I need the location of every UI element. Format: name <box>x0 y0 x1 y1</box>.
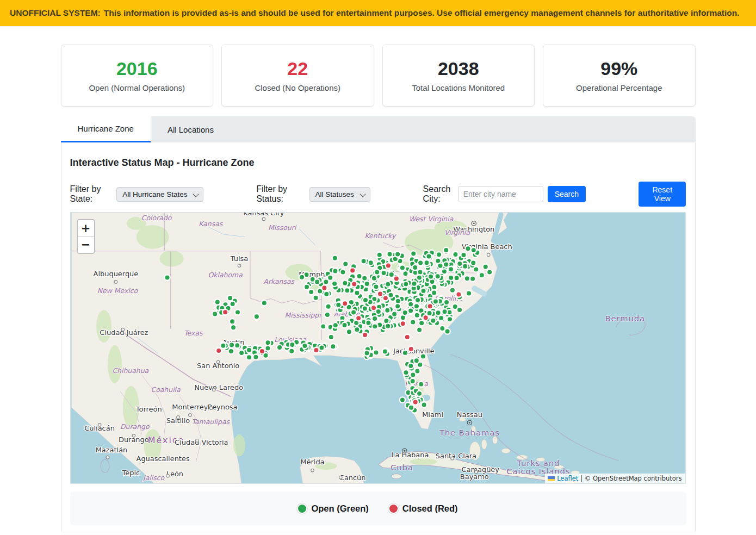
location-marker-open[interactable] <box>314 279 319 284</box>
location-marker-open[interactable] <box>454 275 459 281</box>
location-marker-open[interactable] <box>332 268 338 273</box>
location-marker-open[interactable] <box>308 289 314 295</box>
location-marker-open[interactable] <box>438 315 443 321</box>
location-marker-open[interactable] <box>331 281 337 286</box>
zoom-in-button[interactable]: + <box>78 220 94 237</box>
location-marker-open[interactable] <box>381 270 386 276</box>
location-marker-open[interactable] <box>414 297 420 303</box>
location-marker-open[interactable] <box>432 298 438 304</box>
location-marker-closed[interactable] <box>362 332 367 338</box>
location-marker-open[interactable] <box>436 252 441 257</box>
location-marker-open[interactable] <box>388 272 394 277</box>
location-marker-open[interactable] <box>230 301 235 307</box>
location-marker-open[interactable] <box>313 295 318 300</box>
location-marker-closed[interactable] <box>393 276 399 281</box>
leaflet-link[interactable]: Leaflet <box>557 475 578 482</box>
location-marker-open[interactable] <box>442 309 447 314</box>
location-marker-open[interactable] <box>342 281 348 286</box>
location-marker-open[interactable] <box>430 318 436 324</box>
location-marker-closed[interactable] <box>423 315 428 320</box>
location-marker-open[interactable] <box>238 350 244 356</box>
location-marker-open[interactable] <box>373 284 379 289</box>
location-marker-open[interactable] <box>330 344 336 349</box>
location-marker-open[interactable] <box>408 405 413 410</box>
location-marker-open[interactable] <box>332 256 337 261</box>
location-marker-open[interactable] <box>372 324 377 329</box>
location-marker-open[interactable] <box>214 299 220 304</box>
location-marker-open[interactable] <box>464 276 469 281</box>
location-marker-open[interactable] <box>385 308 390 313</box>
tab-all-locations[interactable]: All Locations <box>151 116 231 142</box>
location-marker-open[interactable] <box>431 290 437 295</box>
location-marker-open[interactable] <box>399 265 405 270</box>
location-marker-open[interactable] <box>320 324 326 329</box>
location-marker-open[interactable] <box>319 345 324 350</box>
location-marker-open[interactable] <box>265 340 270 345</box>
location-marker-open[interactable] <box>411 281 417 286</box>
location-marker-open[interactable] <box>361 258 366 264</box>
location-marker-open[interactable] <box>444 328 450 334</box>
location-marker-open[interactable] <box>437 263 443 269</box>
location-marker-closed[interactable] <box>404 334 410 340</box>
location-marker-open[interactable] <box>374 269 380 275</box>
location-marker-open[interactable] <box>424 260 429 265</box>
location-marker-open[interactable] <box>418 260 423 265</box>
location-marker-open[interactable] <box>302 343 307 349</box>
location-marker-open[interactable] <box>413 303 419 309</box>
location-marker-open[interactable] <box>482 264 488 270</box>
location-marker-open[interactable] <box>417 269 423 275</box>
location-marker-open[interactable] <box>466 290 471 296</box>
location-marker-open[interactable] <box>234 309 240 315</box>
location-marker-closed[interactable] <box>350 268 355 273</box>
location-marker-open[interactable] <box>385 281 391 287</box>
location-marker-open[interactable] <box>470 247 476 253</box>
location-marker-open[interactable] <box>426 253 431 259</box>
location-marker-open[interactable] <box>456 307 462 313</box>
location-marker-open[interactable] <box>447 316 452 322</box>
location-marker-open[interactable] <box>220 343 226 349</box>
location-marker-open[interactable] <box>411 251 416 256</box>
tab-hurricane-zone[interactable]: Hurricane Zone <box>61 116 151 142</box>
location-marker-open[interactable] <box>373 350 379 355</box>
location-marker-closed[interactable] <box>377 291 382 296</box>
location-marker-open[interactable] <box>365 320 371 326</box>
location-marker-open[interactable] <box>371 316 377 321</box>
location-marker-closed[interactable] <box>408 346 413 352</box>
location-marker-open[interactable] <box>486 269 492 275</box>
location-marker-open[interactable] <box>420 353 425 359</box>
location-marker-open[interactable] <box>344 288 350 293</box>
location-marker-open[interactable] <box>362 306 367 311</box>
location-marker-closed[interactable] <box>259 349 264 354</box>
location-marker-open[interactable] <box>362 297 368 303</box>
location-marker-open[interactable] <box>443 247 449 253</box>
location-marker-open[interactable] <box>479 272 484 278</box>
location-marker-closed[interactable] <box>321 285 327 290</box>
location-marker-open[interactable] <box>407 308 413 313</box>
location-marker-open[interactable] <box>289 349 294 354</box>
location-marker-open[interactable] <box>416 391 422 396</box>
location-marker-open[interactable] <box>461 252 466 258</box>
reset-view-button[interactable]: Reset View <box>639 182 686 207</box>
location-marker-open[interactable] <box>443 300 449 305</box>
location-marker-open[interactable] <box>408 363 413 369</box>
location-marker-open[interactable] <box>413 358 419 363</box>
location-marker-open[interactable] <box>343 261 348 266</box>
location-marker-open[interactable] <box>402 310 407 315</box>
location-marker-open[interactable] <box>449 287 455 293</box>
location-marker-closed[interactable] <box>412 399 418 405</box>
location-marker-open[interactable] <box>276 345 282 350</box>
location-marker-open[interactable] <box>399 397 405 402</box>
search-button[interactable]: Search <box>548 186 586 202</box>
location-marker-closed[interactable] <box>355 315 361 321</box>
location-marker-open[interactable] <box>340 269 345 275</box>
location-marker-open[interactable] <box>410 372 416 377</box>
location-marker-open[interactable] <box>453 252 458 257</box>
location-marker-open[interactable] <box>462 264 467 269</box>
location-marker-open[interactable] <box>368 260 373 265</box>
location-marker-open[interactable] <box>229 319 234 324</box>
location-marker-closed[interactable] <box>222 309 227 315</box>
location-marker-open[interactable] <box>332 322 338 328</box>
location-marker-open[interactable] <box>299 275 304 280</box>
location-marker-closed[interactable] <box>313 347 319 353</box>
location-marker-open[interactable] <box>261 300 267 306</box>
